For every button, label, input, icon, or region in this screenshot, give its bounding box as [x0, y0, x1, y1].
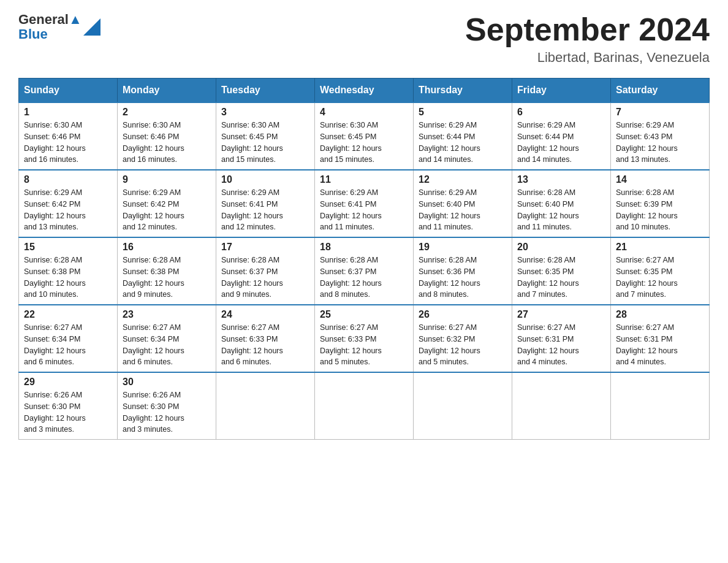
weekday-header-sunday: Sunday — [19, 79, 118, 103]
day-number: 20 — [517, 242, 605, 253]
day-number: 19 — [419, 242, 507, 253]
day-number: 12 — [419, 174, 507, 185]
day-info: Sunrise: 6:29 AMSunset: 6:41 PMDaylight:… — [221, 188, 283, 231]
day-info: Sunrise: 6:28 AMSunset: 6:38 PMDaylight:… — [24, 256, 86, 299]
day-number: 29 — [24, 377, 112, 388]
calendar-cell: 19 Sunrise: 6:28 AMSunset: 6:36 PMDaylig… — [414, 237, 512, 305]
weekday-header-row: SundayMondayTuesdayWednesdayThursdayFrid… — [19, 79, 710, 103]
calendar-cell: 13 Sunrise: 6:28 AMSunset: 6:40 PMDaylig… — [512, 170, 611, 237]
calendar-cell — [611, 372, 710, 440]
day-number: 21 — [616, 242, 704, 253]
title-block: September 2024 Libertad, Barinas, Venezu… — [465, 12, 710, 66]
day-info: Sunrise: 6:27 AMSunset: 6:34 PMDaylight:… — [24, 323, 86, 366]
day-number: 5 — [419, 107, 507, 118]
day-number: 3 — [221, 107, 309, 118]
calendar-cell: 25 Sunrise: 6:27 AMSunset: 6:33 PMDaylig… — [315, 305, 414, 372]
calendar-cell: 3 Sunrise: 6:30 AMSunset: 6:45 PMDayligh… — [216, 102, 315, 170]
calendar-cell: 4 Sunrise: 6:30 AMSunset: 6:45 PMDayligh… — [315, 102, 414, 170]
calendar-cell: 10 Sunrise: 6:29 AMSunset: 6:41 PMDaylig… — [216, 170, 315, 237]
day-info: Sunrise: 6:29 AMSunset: 6:41 PMDaylight:… — [320, 188, 382, 231]
day-number: 15 — [24, 242, 112, 253]
calendar-cell: 20 Sunrise: 6:28 AMSunset: 6:35 PMDaylig… — [512, 237, 611, 305]
day-info: Sunrise: 6:27 AMSunset: 6:32 PMDaylight:… — [419, 323, 480, 366]
calendar-cell: 22 Sunrise: 6:27 AMSunset: 6:34 PMDaylig… — [19, 305, 118, 372]
day-number: 27 — [517, 309, 605, 320]
calendar-cell: 16 Sunrise: 6:28 AMSunset: 6:38 PMDaylig… — [118, 237, 216, 305]
calendar-cell — [216, 372, 315, 440]
calendar-cell: 28 Sunrise: 6:27 AMSunset: 6:31 PMDaylig… — [611, 305, 710, 372]
weekday-header-tuesday: Tuesday — [216, 79, 315, 103]
day-number: 4 — [320, 107, 408, 118]
calendar-cell: 30 Sunrise: 6:26 AMSunset: 6:30 PMDaylig… — [118, 372, 216, 440]
calendar-cell: 15 Sunrise: 6:28 AMSunset: 6:38 PMDaylig… — [19, 237, 118, 305]
svg-marker-0 — [83, 18, 100, 36]
day-number: 17 — [221, 242, 309, 253]
day-number: 9 — [123, 174, 211, 185]
day-info: Sunrise: 6:28 AMSunset: 6:38 PMDaylight:… — [123, 256, 184, 299]
day-number: 1 — [24, 107, 112, 118]
day-number: 7 — [616, 107, 704, 118]
calendar-cell: 23 Sunrise: 6:27 AMSunset: 6:34 PMDaylig… — [118, 305, 216, 372]
day-info: Sunrise: 6:26 AMSunset: 6:30 PMDaylight:… — [123, 391, 184, 434]
calendar-cell: 7 Sunrise: 6:29 AMSunset: 6:43 PMDayligh… — [611, 102, 710, 170]
day-info: Sunrise: 6:29 AMSunset: 6:43 PMDaylight:… — [616, 121, 678, 164]
day-info: Sunrise: 6:26 AMSunset: 6:30 PMDaylight:… — [24, 391, 86, 434]
day-info: Sunrise: 6:28 AMSunset: 6:35 PMDaylight:… — [517, 256, 579, 299]
day-info: Sunrise: 6:27 AMSunset: 6:31 PMDaylight:… — [616, 323, 678, 366]
day-info: Sunrise: 6:27 AMSunset: 6:31 PMDaylight:… — [517, 323, 579, 366]
calendar-cell: 14 Sunrise: 6:28 AMSunset: 6:39 PMDaylig… — [611, 170, 710, 237]
day-info: Sunrise: 6:28 AMSunset: 6:39 PMDaylight:… — [616, 188, 678, 231]
calendar-week-row: 29 Sunrise: 6:26 AMSunset: 6:30 PMDaylig… — [19, 372, 710, 440]
day-number: 10 — [221, 174, 309, 185]
day-info: Sunrise: 6:29 AMSunset: 6:40 PMDaylight:… — [419, 188, 480, 231]
calendar-cell: 11 Sunrise: 6:29 AMSunset: 6:41 PMDaylig… — [315, 170, 414, 237]
calendar-cell — [512, 372, 611, 440]
weekday-header-friday: Friday — [512, 79, 611, 103]
weekday-header-thursday: Thursday — [414, 79, 512, 103]
day-number: 22 — [24, 309, 112, 320]
calendar-cell: 2 Sunrise: 6:30 AMSunset: 6:46 PMDayligh… — [118, 102, 216, 170]
day-number: 16 — [123, 242, 211, 253]
day-info: Sunrise: 6:28 AMSunset: 6:37 PMDaylight:… — [221, 256, 283, 299]
calendar-cell — [315, 372, 414, 440]
day-number: 26 — [419, 309, 507, 320]
month-title: September 2024 — [465, 12, 710, 47]
day-info: Sunrise: 6:29 AMSunset: 6:42 PMDaylight:… — [123, 188, 184, 231]
calendar-cell: 24 Sunrise: 6:27 AMSunset: 6:33 PMDaylig… — [216, 305, 315, 372]
day-info: Sunrise: 6:30 AMSunset: 6:45 PMDaylight:… — [221, 121, 283, 164]
calendar-cell: 8 Sunrise: 6:29 AMSunset: 6:42 PMDayligh… — [19, 170, 118, 237]
calendar-cell: 26 Sunrise: 6:27 AMSunset: 6:32 PMDaylig… — [414, 305, 512, 372]
day-number: 11 — [320, 174, 408, 185]
calendar-cell: 1 Sunrise: 6:30 AMSunset: 6:46 PMDayligh… — [19, 102, 118, 170]
calendar-week-row: 8 Sunrise: 6:29 AMSunset: 6:42 PMDayligh… — [19, 170, 710, 237]
calendar-cell: 6 Sunrise: 6:29 AMSunset: 6:44 PMDayligh… — [512, 102, 611, 170]
day-number: 24 — [221, 309, 309, 320]
day-info: Sunrise: 6:29 AMSunset: 6:44 PMDaylight:… — [517, 121, 579, 164]
day-info: Sunrise: 6:29 AMSunset: 6:44 PMDaylight:… — [419, 121, 480, 164]
calendar-week-row: 22 Sunrise: 6:27 AMSunset: 6:34 PMDaylig… — [19, 305, 710, 372]
day-info: Sunrise: 6:27 AMSunset: 6:34 PMDaylight:… — [123, 323, 184, 366]
day-info: Sunrise: 6:27 AMSunset: 6:35 PMDaylight:… — [616, 256, 678, 299]
day-number: 30 — [123, 377, 211, 388]
weekday-header-monday: Monday — [118, 79, 216, 103]
calendar-cell: 18 Sunrise: 6:28 AMSunset: 6:37 PMDaylig… — [315, 237, 414, 305]
day-info: Sunrise: 6:27 AMSunset: 6:33 PMDaylight:… — [221, 323, 283, 366]
day-info: Sunrise: 6:30 AMSunset: 6:46 PMDaylight:… — [123, 121, 184, 164]
day-info: Sunrise: 6:27 AMSunset: 6:33 PMDaylight:… — [320, 323, 382, 366]
day-info: Sunrise: 6:30 AMSunset: 6:45 PMDaylight:… — [320, 121, 382, 164]
calendar-week-row: 1 Sunrise: 6:30 AMSunset: 6:46 PMDayligh… — [19, 102, 710, 170]
calendar-cell: 12 Sunrise: 6:29 AMSunset: 6:40 PMDaylig… — [414, 170, 512, 237]
logo-text: General▲Blue — [18, 12, 82, 42]
calendar-cell: 29 Sunrise: 6:26 AMSunset: 6:30 PMDaylig… — [19, 372, 118, 440]
logo-triangle-icon — [83, 18, 100, 36]
calendar-week-row: 15 Sunrise: 6:28 AMSunset: 6:38 PMDaylig… — [19, 237, 710, 305]
day-number: 8 — [24, 174, 112, 185]
calendar-cell: 27 Sunrise: 6:27 AMSunset: 6:31 PMDaylig… — [512, 305, 611, 372]
day-number: 25 — [320, 309, 408, 320]
day-info: Sunrise: 6:30 AMSunset: 6:46 PMDaylight:… — [24, 121, 86, 164]
day-number: 28 — [616, 309, 704, 320]
calendar-cell: 21 Sunrise: 6:27 AMSunset: 6:35 PMDaylig… — [611, 237, 710, 305]
calendar-table: SundayMondayTuesdayWednesdayThursdayFrid… — [18, 78, 710, 440]
weekday-header-saturday: Saturday — [611, 79, 710, 103]
location-subtitle: Libertad, Barinas, Venezuela — [465, 50, 710, 66]
